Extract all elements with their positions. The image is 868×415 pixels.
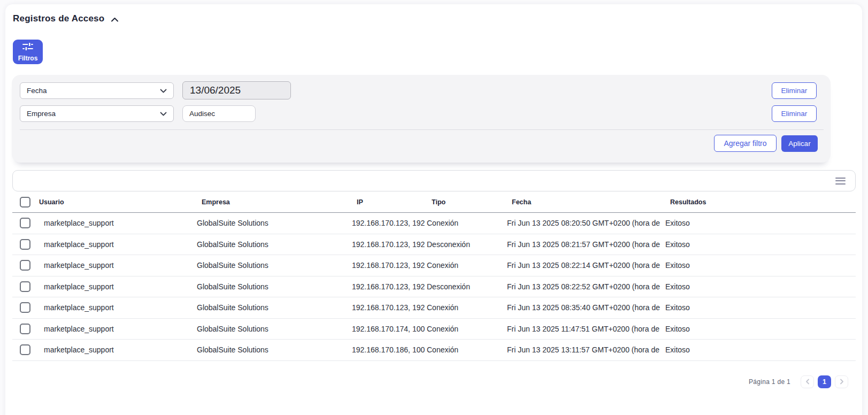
cell-tipo: Conexión: [427, 303, 507, 312]
cell-usuario: marketplace_support: [39, 282, 197, 291]
table-row: marketplace_support GlobalSuite Solution…: [12, 213, 856, 234]
column-header-fecha: Fecha: [512, 198, 670, 206]
row-checkbox[interactable]: [20, 260, 30, 271]
column-header-ip: IP: [357, 198, 432, 206]
cell-fecha: Fri Jun 13 2025 08:22:52 GMT+0200 (hora …: [507, 282, 665, 291]
cell-tipo: Conexión: [427, 325, 507, 333]
cell-empresa: GlobalSuite Solutions: [197, 303, 352, 312]
cell-resultados: Exitoso: [665, 240, 856, 249]
column-header-usuario: Usuario: [39, 198, 202, 206]
cell-resultados: Exitoso: [665, 282, 856, 291]
filter-panel: Fecha Eliminar Empresa Eliminar Agregar: [12, 75, 831, 163]
cell-fecha: Fri Jun 13 2025 08:22:14 GMT+0200 (hora …: [507, 261, 665, 270]
cell-ip: 192.168.170.123, 192: [352, 282, 427, 291]
cell-tipo: Desconexión: [427, 282, 507, 291]
column-header-empresa: Empresa: [202, 198, 357, 206]
add-filter-button[interactable]: Agregar filtro: [714, 135, 777, 152]
filter-field-select-fecha[interactable]: Fecha: [20, 82, 174, 99]
cell-ip: 192.168.170.174, 100: [352, 325, 427, 333]
table-row: marketplace_support GlobalSuite Solution…: [12, 340, 856, 361]
row-checkbox[interactable]: [20, 302, 30, 313]
table-row: marketplace_support GlobalSuite Solution…: [12, 319, 856, 340]
row-checkbox[interactable]: [20, 239, 30, 250]
cell-empresa: GlobalSuite Solutions: [197, 345, 352, 354]
cell-fecha: Fri Jun 13 2025 13:11:57 GMT+0200 (hora …: [507, 345, 665, 354]
sliders-icon: [22, 42, 34, 52]
cell-ip: 192.168.170.123, 192: [352, 240, 427, 249]
table-row: marketplace_support GlobalSuite Solution…: [12, 255, 856, 276]
column-header-resultados: Resultados: [670, 198, 856, 206]
row-checkbox[interactable]: [20, 344, 30, 355]
pagination-label: Página 1 de 1: [749, 378, 790, 386]
menu-icon[interactable]: [834, 175, 847, 187]
cell-ip: 192.168.170.186, 100: [352, 345, 427, 354]
page-number-button[interactable]: 1: [818, 375, 831, 388]
select-all-checkbox[interactable]: [20, 197, 30, 208]
cell-empresa: GlobalSuite Solutions: [197, 261, 352, 270]
chevron-left-icon: [805, 378, 810, 386]
row-checkbox[interactable]: [20, 281, 30, 292]
remove-filter-empresa-button[interactable]: Eliminar: [772, 105, 817, 122]
prev-page-button[interactable]: [801, 375, 814, 388]
cell-empresa: GlobalSuite Solutions: [197, 282, 352, 291]
filter-text-input[interactable]: [182, 105, 256, 122]
filter-row-fecha: Fecha Eliminar: [20, 81, 817, 99]
cell-usuario: marketplace_support: [39, 261, 197, 270]
pagination: Página 1 de 1 1: [5, 375, 848, 389]
cell-tipo: Conexión: [427, 345, 507, 354]
cell-resultados: Exitoso: [665, 303, 856, 312]
cell-resultados: Exitoso: [665, 261, 856, 270]
column-header-tipo: Tipo: [432, 198, 512, 206]
cell-empresa: GlobalSuite Solutions: [197, 219, 352, 227]
card-header: Registros de Acceso: [13, 13, 862, 25]
filter-field-select-empresa[interactable]: Empresa: [20, 105, 174, 122]
filter-row-empresa: Empresa Eliminar: [20, 105, 817, 122]
cell-empresa: GlobalSuite Solutions: [197, 325, 352, 333]
cell-resultados: Exitoso: [665, 219, 856, 227]
filter-field-select-fecha-value: Fecha: [27, 87, 47, 95]
cell-ip: 192.168.170.123, 192: [352, 261, 427, 270]
page-title: Registros de Acceso: [13, 13, 104, 24]
table-row: marketplace_support GlobalSuite Solution…: [12, 234, 856, 256]
cell-usuario: marketplace_support: [39, 303, 197, 312]
table-row: marketplace_support GlobalSuite Solution…: [12, 297, 856, 319]
cell-usuario: marketplace_support: [39, 345, 197, 354]
cell-usuario: marketplace_support: [39, 219, 197, 227]
chevron-up-icon[interactable]: [111, 17, 119, 22]
filters-button[interactable]: Filtros: [13, 40, 43, 64]
cell-ip: 192.168.170.123, 192: [352, 303, 427, 312]
cell-usuario: marketplace_support: [39, 240, 197, 249]
cell-empresa: GlobalSuite Solutions: [197, 240, 352, 249]
cell-fecha: Fri Jun 13 2025 11:47:51 GMT+0200 (hora …: [507, 325, 665, 333]
table-row: marketplace_support GlobalSuite Solution…: [12, 276, 856, 298]
access-logs-table: Usuario Empresa IP Tipo Fecha Resultados…: [12, 191, 856, 361]
table-toolbar: [12, 170, 856, 191]
cell-resultados: Exitoso: [665, 325, 856, 333]
cell-tipo: Conexión: [427, 261, 507, 270]
chevron-down-icon: [160, 110, 167, 118]
panel-divider: [20, 129, 824, 130]
apply-filters-button[interactable]: Aplicar: [781, 135, 818, 152]
table-header-row: Usuario Empresa IP Tipo Fecha Resultados: [12, 191, 856, 213]
panel-actions: Agregar filtro Aplicar: [20, 135, 818, 152]
cell-tipo: Desconexión: [427, 240, 507, 249]
access-logs-card: Registros de Acceso Filtros Fecha: [5, 4, 862, 415]
cell-usuario: marketplace_support: [39, 325, 197, 333]
remove-filter-fecha-button[interactable]: Eliminar: [772, 82, 817, 99]
next-page-button[interactable]: [835, 375, 848, 388]
cell-fecha: Fri Jun 13 2025 08:20:50 GMT+0200 (hora …: [507, 219, 665, 227]
cell-ip: 192.168.170.123, 192: [352, 219, 427, 227]
row-checkbox[interactable]: [20, 324, 30, 334]
cell-resultados: Exitoso: [665, 345, 856, 354]
filter-date-input[interactable]: [182, 81, 291, 99]
chevron-right-icon: [840, 378, 844, 386]
cell-tipo: Conexión: [427, 219, 507, 227]
header-checkbox-cell: [12, 197, 39, 208]
row-checkbox[interactable]: [20, 218, 30, 228]
cell-fecha: Fri Jun 13 2025 08:21:57 GMT+0200 (hora …: [507, 240, 665, 249]
filter-field-select-empresa-value: Empresa: [27, 110, 56, 118]
filters-button-label: Filtros: [18, 55, 38, 62]
cell-fecha: Fri Jun 13 2025 08:35:40 GMT+0200 (hora …: [507, 303, 665, 312]
chevron-down-icon: [160, 87, 167, 95]
